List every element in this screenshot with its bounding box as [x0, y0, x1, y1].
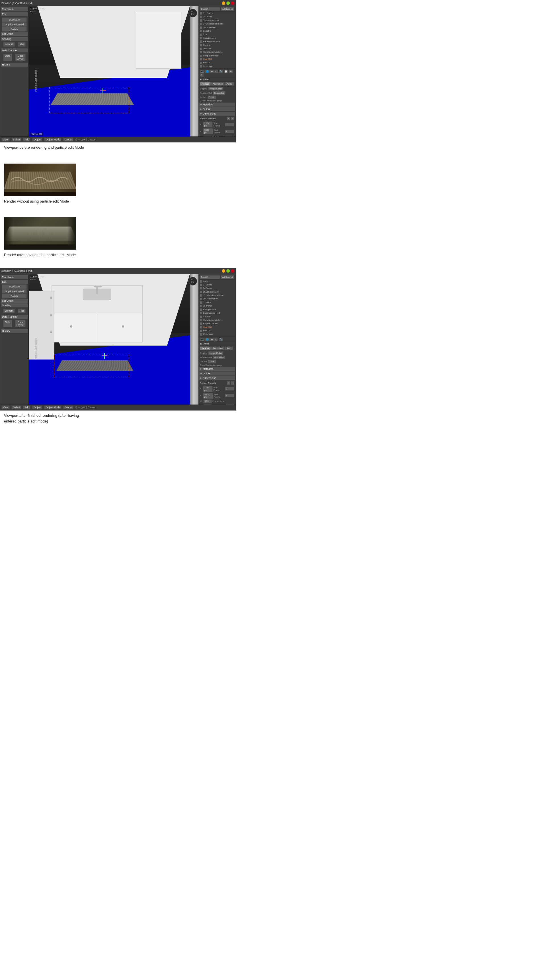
scene-item[interactable]: 27b [199, 33, 235, 36]
scene-search-input-2[interactable]: Search [200, 275, 220, 279]
view-axis-indicator-2[interactable]: YZ X [189, 277, 197, 285]
scene-item-2[interactable]: 01Cache [199, 283, 235, 286]
maximize-button-2[interactable] [226, 269, 230, 273]
end-frame-value[interactable]: 1 [225, 130, 234, 133]
set-origin-header[interactable]: Set Origin [1, 32, 28, 36]
scene-item-2[interactable]: Badewanne Heit [199, 311, 235, 315]
properties-icon-modifier[interactable]: 🔧 [219, 70, 223, 73]
scene-item-2[interactable]: Camera [199, 315, 235, 318]
particle-edit-toggle-2[interactable]: Particle Edit Toggle [35, 338, 37, 360]
props-icon-2e[interactable]: 🔧 [219, 338, 223, 341]
data-button[interactable]: Data [3, 54, 12, 61]
scene-item-2[interactable]: Report Diffuse [199, 322, 235, 325]
data-transfer-header[interactable]: Data Transfer [1, 48, 28, 52]
flat-button-2[interactable]: Flat [17, 309, 25, 313]
display-value-2[interactable]: Image Editor [208, 351, 223, 355]
render-tab[interactable]: Render [200, 82, 211, 86]
maximize-button[interactable] [226, 2, 230, 5]
scene-item-2[interactable]: 05Schranktrank [199, 290, 235, 294]
delete-button[interactable]: Delete [2, 27, 27, 32]
close-button-2[interactable] [231, 269, 234, 273]
scene-item[interactable]: 01LCache [199, 12, 235, 15]
menu-add-2[interactable]: Add [23, 406, 30, 409]
scene-item-2[interactable]: 0Fenster [199, 304, 235, 308]
all-scenes-dropdown-2[interactable]: All Scenes [221, 275, 234, 279]
menu-view-2[interactable]: View [2, 406, 10, 409]
edit-header-2[interactable]: Edit [1, 280, 28, 284]
menu-object-2[interactable]: Object [32, 406, 43, 409]
menu-select-2[interactable]: Select [11, 406, 21, 409]
menu-object[interactable]: Object [32, 138, 43, 142]
scene-item-2[interactable]: 04Dachs [199, 286, 235, 290]
object-mode-dropdown-2[interactable]: Object Mode [44, 406, 62, 409]
props-icon-2b[interactable]: 🌐 [205, 338, 209, 341]
scene-item-2[interactable]: Ablagename [199, 308, 235, 311]
render-presets-remove-2[interactable]: − [231, 381, 234, 385]
metadata-header-2[interactable]: Metadata [199, 367, 235, 371]
scene-item[interactable]: Rapper Diffuse [199, 54, 235, 57]
properties-icon-texture[interactable]: ▦ [228, 70, 233, 73]
start-frame-value[interactable]: 1 [225, 123, 234, 126]
transform-header-2[interactable]: Transform [1, 275, 28, 279]
properties-icon-object[interactable]: ◻ [214, 70, 218, 73]
audio-tab-2[interactable]: Auto [225, 347, 233, 350]
data-layout-button-2[interactable]: Data Layout [15, 320, 25, 327]
scene-item[interactable]: 08Lichterhalt... [199, 26, 235, 29]
dimensions-header[interactable]: Dimensions [199, 112, 235, 116]
particle-edit-toggle[interactable]: Particle Edit Toggle [35, 70, 37, 92]
shading-header-2[interactable]: Shading [1, 304, 28, 307]
scene-item[interactable]: Gardine [199, 47, 235, 51]
device-value[interactable]: CPU [208, 95, 216, 99]
device-value-2[interactable]: CPU [208, 360, 216, 364]
scene-item[interactable]: 04Dachs [199, 15, 235, 19]
scene-item-2[interactable]: Hair 001 [199, 329, 235, 332]
audio-tab[interactable]: Audio [225, 82, 234, 86]
minimize-button[interactable] [222, 2, 225, 5]
animation-tab[interactable]: Animation [211, 82, 225, 86]
smooth-button-2[interactable]: Smooth [3, 309, 15, 313]
minimize-button-2[interactable] [222, 269, 225, 273]
global-label[interactable]: Global [63, 138, 73, 142]
close-button[interactable] [231, 2, 234, 5]
render-presets-remove[interactable]: − [231, 117, 234, 121]
duplicate-button-2[interactable]: Duplicate [2, 284, 27, 289]
feature-set-value-2[interactable]: Supported [213, 356, 225, 359]
props-icon-2d[interactable]: ◻ [214, 338, 218, 341]
data-transfer-header-2[interactable]: Data Transfer [1, 315, 28, 319]
scene-item[interactable]: Ablagename [199, 37, 235, 40]
scene-item-2[interactable]: 07Doppelstockblase [199, 294, 235, 297]
scene-item[interactable]: 11Belm [199, 29, 235, 33]
scene-item[interactable]: Badewanne Heit [199, 40, 235, 43]
start-frame-value-2[interactable]: 1 [225, 387, 234, 391]
properties-icon-material[interactable]: ⬤ [224, 70, 228, 73]
properties-icon-world[interactable]: ◉ [210, 70, 214, 73]
render-presets-add-2[interactable]: + [227, 381, 230, 385]
edit-header[interactable]: Edit [1, 12, 28, 16]
shading-header[interactable]: Shading [1, 37, 28, 41]
delete-button-2[interactable]: Delete [2, 294, 27, 299]
history-header-2[interactable]: History [1, 329, 28, 333]
properties-icon-camera[interactable]: 📷 [200, 70, 205, 73]
scene-search-input[interactable]: Search [200, 7, 220, 11]
scene-item-2[interactable]: 11Belm [199, 301, 235, 304]
metadata-header[interactable]: Metadata [199, 103, 235, 107]
scene-item-2[interactable]: 08Lichterhalter [199, 297, 235, 301]
duplicate-button[interactable]: Duplicate [2, 18, 27, 22]
properties-icon-scene[interactable]: 🌐 [205, 70, 209, 73]
feature-set-value[interactable]: Supported [213, 91, 225, 95]
data-layout-button[interactable]: Data Layout [15, 54, 25, 61]
scene-item-2[interactable]: Hair 000 [199, 326, 235, 329]
dimensions-header-2[interactable]: Dimensions [199, 376, 235, 380]
scene-item[interactable]: Camera [199, 44, 235, 47]
scene-item[interactable]: Hair 001 [199, 61, 235, 64]
res-x-value[interactable]: 1184 px [203, 121, 213, 127]
animation-tab-2[interactable]: Animation [211, 347, 225, 350]
props-icon-2c[interactable]: ◉ [210, 338, 214, 341]
menu-view[interactable]: View [2, 138, 10, 142]
data-button-2[interactable]: Data [3, 320, 12, 327]
output-header[interactable]: Output [199, 107, 235, 111]
output-header-2[interactable]: Output [199, 371, 235, 375]
res-y-value-2[interactable]: 3456 px [203, 393, 213, 399]
properties-icon-particles[interactable]: ✦ [200, 73, 204, 76]
pct-value-2[interactable]: 33% [203, 399, 212, 403]
